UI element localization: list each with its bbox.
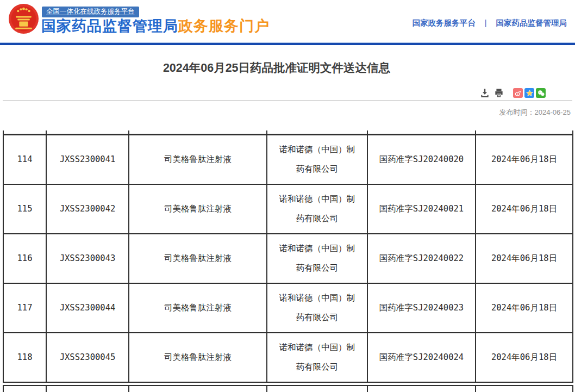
table-row: 118JXSS2300045司美格鲁肽注射液诺和诺德（中国）制药有限公司国药准字… — [3, 333, 573, 382]
table-cell: 国药准字SJ20240024 — [367, 333, 476, 382]
partial-cell — [267, 130, 367, 134]
site-title[interactable]: 国家药品监督管理局政务服务门户 — [41, 16, 270, 36]
partial-cell — [367, 130, 476, 134]
table-cell: 司美格鲁肽注射液 — [129, 184, 267, 234]
table-row: 117JXSS2300044司美格鲁肽注射液诺和诺德（中国）制药有限公司国药准字… — [3, 283, 573, 333]
table-cell: 国药准字SJ20240021 — [367, 184, 476, 234]
table-top-partial-body — [3, 130, 573, 134]
platform-badge-label: 全国一体化在线政务服务平台 — [46, 8, 135, 15]
nav-separator: | — [485, 18, 487, 27]
print-icon[interactable] — [493, 88, 504, 98]
nav-link-gov-service-platform[interactable]: 国家政务服务平台 — [412, 18, 476, 27]
partial-cell — [476, 385, 573, 392]
top-nav: 国家政务服务平台 | 国家药品监督管理局 — [412, 18, 567, 28]
table-cell: 2024年06月18日 — [476, 333, 573, 382]
table-cell: JXSS2300045 — [46, 333, 129, 382]
publish-time-value: 2024-06-25 — [535, 108, 571, 116]
table-cell: 国药准字SJ20240022 — [367, 234, 476, 283]
site-title-portal: 政务服务门户 — [178, 18, 270, 34]
table-cell: 国药准字SJ20240023 — [367, 283, 476, 333]
table-row: 115JXSS2300042司美格鲁肽注射液诺和诺德（中国）制药有限公司国药准字… — [3, 184, 573, 234]
publish-time: 发布时间：2024-06-25 — [499, 108, 571, 117]
table-row: 114JXSS2300041司美格鲁肽注射液诺和诺德（中国）制药有限公司国药准字… — [3, 135, 573, 184]
partial-cell — [267, 385, 367, 392]
approval-table-section: 114JXSS2300041司美格鲁肽注射液诺和诺德（中国）制药有限公司国药准字… — [3, 130, 572, 392]
wechat-share-icon[interactable] — [536, 88, 546, 98]
share-toolbar — [476, 88, 546, 98]
platform-badge: 全国一体化在线政务服务平台 — [42, 7, 139, 17]
table-row: 116JXSS2300043司美格鲁肽注射液诺和诺德（中国）制药有限公司国药准字… — [3, 234, 573, 283]
table-bottom-partial-body — [3, 385, 573, 392]
table-cell: 司美格鲁肽注射液 — [129, 135, 267, 184]
partial-cell — [46, 385, 129, 392]
table-cell: 司美格鲁肽注射液 — [129, 234, 267, 283]
table-cell: JXSS2300043 — [46, 234, 129, 283]
weibo-share-icon[interactable] — [513, 88, 523, 98]
table-cell: 118 — [3, 333, 46, 382]
partial-cell — [476, 130, 573, 134]
table-cell: 116 — [3, 234, 46, 283]
table-cell: 诺和诺德（中国）制药有限公司 — [267, 283, 367, 333]
approval-table-body: 114JXSS2300041司美格鲁肽注射液诺和诺德（中国）制药有限公司国药准字… — [3, 135, 573, 382]
table-cell: JXSS2300041 — [46, 135, 129, 184]
qzone-share-icon[interactable] — [524, 88, 534, 98]
partial-cell — [46, 130, 129, 134]
table-cell: 诺和诺德（中国）制药有限公司 — [267, 184, 367, 234]
download-icon[interactable] — [479, 88, 490, 98]
partial-row — [3, 130, 573, 134]
page: 全国一体化在线政务服务平台 国家药品监督管理局政务服务门户 国家政务服务平台 |… — [0, 0, 575, 392]
partial-cell — [367, 385, 476, 392]
publish-time-label: 发布时间： — [499, 108, 535, 116]
partial-row — [3, 385, 573, 392]
table-cell: 诺和诺德（中国）制药有限公司 — [267, 333, 367, 382]
table-cell: 诺和诺德（中国）制药有限公司 — [267, 234, 367, 283]
table-cell: 诺和诺德（中国）制药有限公司 — [267, 135, 367, 184]
site-title-agency: 国家药品监督管理局 — [41, 18, 178, 34]
table-cell: 2024年06月18日 — [476, 283, 573, 333]
table-cell: 114 — [3, 135, 46, 184]
table-cell: JXSS2300044 — [46, 283, 129, 333]
approval-table: 114JXSS2300041司美格鲁肽注射液诺和诺德（中国）制药有限公司国药准字… — [3, 134, 573, 383]
table-cell: 115 — [3, 184, 46, 234]
nav-link-nmpa[interactable]: 国家药品监督管理局 — [496, 18, 567, 27]
table-cell: 117 — [3, 283, 46, 333]
table-cell: 2024年06月18日 — [476, 135, 573, 184]
national-emblem-logo[interactable] — [9, 4, 39, 34]
table-bottom-partial-row — [3, 385, 573, 392]
partial-cell — [3, 385, 46, 392]
table-cell: 2024年06月18日 — [476, 184, 573, 234]
page-title: 2024年06月25日药品批准证明文件送达信息 — [0, 60, 575, 76]
table-cell: 2024年06月18日 — [476, 234, 573, 283]
header-divider — [0, 42, 575, 45]
partial-cell — [129, 130, 267, 134]
partial-cell — [3, 130, 46, 134]
table-cell: 司美格鲁肽注射液 — [129, 283, 267, 333]
divider-line — [3, 100, 572, 101]
table-cell: 国药准字SJ20240020 — [367, 135, 476, 184]
partial-cell — [129, 385, 267, 392]
table-cell: 司美格鲁肽注射液 — [129, 333, 267, 382]
site-header: 全国一体化在线政务服务平台 国家药品监督管理局政务服务门户 国家政务服务平台 |… — [0, 0, 575, 42]
table-cell: JXSS2300042 — [46, 184, 129, 234]
